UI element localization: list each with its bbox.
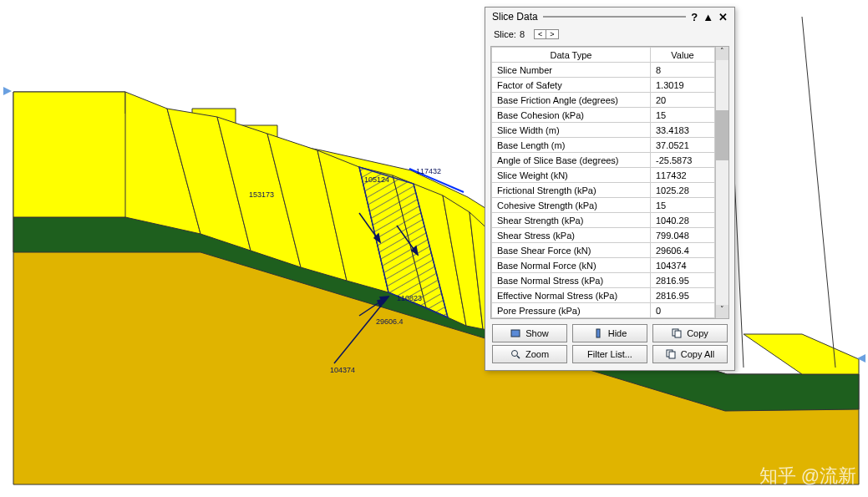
col-header-type[interactable]: Data Type [492,48,651,63]
table-row[interactable]: Base Normal Stress (kPa)2816.95 [492,273,715,288]
show-label: Show [525,328,549,338]
hide-icon [593,328,603,338]
close-icon[interactable]: ✕ [718,12,728,23]
show-button[interactable]: Show [492,324,567,342]
cell-name: Slice Width (m) [492,123,651,138]
cell-name: Pore Pressure (kPa) [492,303,651,318]
table-row[interactable]: Base Length (m)37.0521 [492,138,715,153]
annotation-a4: 110823 [397,294,422,302]
annotation-a3: 153173 [249,190,274,199]
scroll-down-icon[interactable]: ˅ [716,305,728,318]
copy-icon [672,328,682,338]
svg-rect-23 [675,331,681,337]
cell-name: Effective Normal Stress (kPa) [492,288,651,303]
cell-name: Shear Stress (kPa) [492,228,651,243]
table-row[interactable]: Shear Stress (kPa)799.048 [492,228,715,243]
cell-value: 1040.28 [651,213,715,228]
filter-label: Filter List... [587,349,632,359]
data-table-wrap: Data Type Value Slice Number8Factor of S… [490,46,729,319]
cell-name: Slice Number [492,63,651,78]
cell-value: 1.3019 [651,78,715,93]
annotation-weight: 117432 [416,167,441,175]
table-row[interactable]: Slice Number8 [492,63,715,78]
table-row[interactable]: Factor of Safety1.3019 [492,78,715,93]
table-row[interactable]: Angle of Slice Base (degrees)-25.5873 [492,153,715,168]
cell-value: 37.0521 [651,138,715,153]
scroll-up-icon[interactable]: ˄ [716,47,728,60]
cell-name: Base Friction Angle (degrees) [492,93,651,108]
cell-value: 15 [651,198,715,213]
zoom-icon [510,349,520,359]
slice-stepper[interactable]: < > [534,29,559,39]
slice-next-icon[interactable]: > [546,30,557,38]
zoom-button[interactable]: Zoom [492,345,567,363]
right-wedge [744,334,859,374]
cell-name: Base Normal Stress (kPa) [492,273,651,288]
table-scrollbar[interactable]: ˄ ˅ [715,47,728,318]
table-row[interactable]: Cohesive Strength (kPa)15 [492,198,715,213]
annotation-a5: 29606.4 [376,317,404,326]
slice-value: 8 [520,29,525,39]
hide-label: Hide [608,328,627,338]
cell-name: Frictional Strength (kPa) [492,183,651,198]
table-row[interactable]: Slice Width (m)33.4183 [492,123,715,138]
cell-name: Base Normal Force (kN) [492,258,651,273]
cell-value: 15 [651,108,715,123]
cell-value: 117432 [651,168,715,183]
svg-line-25 [517,356,520,358]
filter-list-button[interactable]: Filter List... [572,345,647,363]
show-icon [510,328,520,338]
right-bound2 [802,17,835,368]
annotation-a2: 105124 [364,175,389,184]
table-row[interactable]: Shear Strength (kPa)1040.28 [492,213,715,228]
zoom-label: Zoom [525,349,549,359]
svg-point-24 [511,351,517,357]
hide-button[interactable]: Hide [572,324,647,342]
cell-value: 20 [651,93,715,108]
table-row[interactable]: Slice Weight (kN)117432 [492,168,715,183]
svg-rect-21 [596,329,600,337]
cell-value: 2816.95 [651,273,715,288]
scroll-thumb[interactable] [716,110,728,160]
table-row[interactable]: Base Friction Angle (degrees)20 [492,93,715,108]
table-row[interactable]: Frictional Strength (kPa)1025.28 [492,183,715,198]
title-separator [543,16,686,18]
copy-all-button[interactable]: Copy All [652,345,728,363]
slice-data-panel: Slice Data ? ▲ ✕ Slice: 8 < > Data Type … [485,7,735,371]
collapse-icon[interactable]: ▲ [703,12,713,23]
cell-name: Base Cohesion (kPa) [492,108,651,123]
copy-all-label: Copy All [681,349,714,359]
table-row[interactable]: Effective Normal Stress (kPa)2816.95 [492,288,715,303]
slice-prev-icon[interactable]: < [535,30,546,38]
left-marker [3,87,12,95]
cell-value: 799.048 [651,228,715,243]
table-row[interactable]: Base Normal Force (kN)104374 [492,258,715,273]
panel-title-text: Slice Data [492,11,538,23]
slice-label: Slice: [494,29,516,39]
cell-value: 8 [651,63,715,78]
data-table[interactable]: Data Type Value Slice Number8Factor of S… [491,47,715,318]
cell-name: Base Shear Force (kN) [492,243,651,258]
col-header-value[interactable]: Value [651,48,715,63]
table-row[interactable]: Base Cohesion (kPa)15 [492,108,715,123]
table-row[interactable]: Pore Pressure (kPa)0 [492,303,715,318]
copy-all-icon [666,349,676,359]
cell-name: Factor of Safety [492,78,651,93]
cell-value: 0 [651,303,715,318]
cell-value: 29606.4 [651,243,715,258]
copy-label: Copy [687,328,708,338]
svg-rect-27 [669,352,675,358]
svg-rect-20 [511,330,520,337]
cell-name: Slice Weight (kN) [492,168,651,183]
cell-name: Base Length (m) [492,138,651,153]
panel-titlebar[interactable]: Slice Data ? ▲ ✕ [485,8,734,26]
scroll-track[interactable] [716,160,728,305]
cell-value: 33.4183 [651,123,715,138]
cell-name: Angle of Slice Base (degrees) [492,153,651,168]
cell-name: Shear Strength (kPa) [492,213,651,228]
cell-value: 1025.28 [651,183,715,198]
slope-canvas [0,0,868,497]
copy-button[interactable]: Copy [652,324,728,342]
table-row[interactable]: Base Shear Force (kN)29606.4 [492,243,715,258]
help-icon[interactable]: ? [691,12,698,23]
